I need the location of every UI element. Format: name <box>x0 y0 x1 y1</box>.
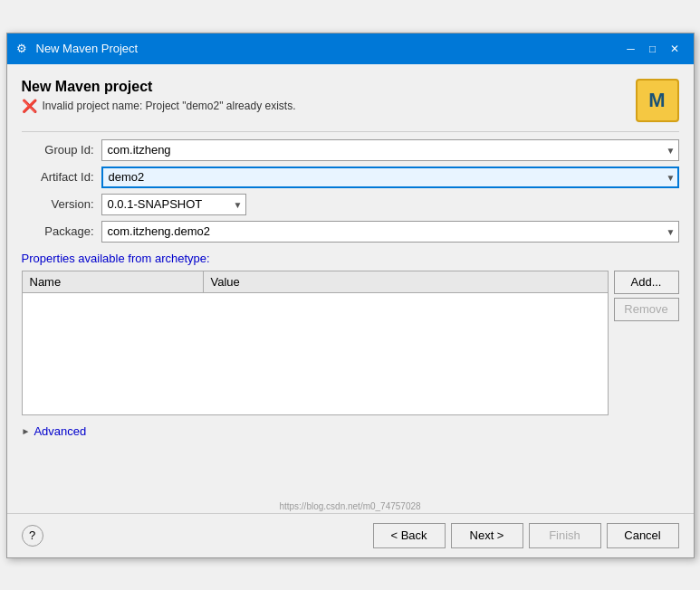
page-title: New Maven project <box>22 79 296 95</box>
error-icon: ❌ <box>22 99 37 113</box>
add-button[interactable]: Add... <box>614 271 679 294</box>
spacer <box>22 449 679 485</box>
minimize-button[interactable]: ─ <box>621 39 641 59</box>
table-col-value: Value <box>204 271 608 292</box>
artifact-id-label: Artifact Id: <box>22 170 94 184</box>
group-id-label: Group Id: <box>22 143 94 157</box>
table-header: Name Value <box>23 271 608 293</box>
error-message: ❌ Invalid project name: Project "demo2" … <box>22 99 296 113</box>
form-section: Group Id: ▼ Artifact Id: ▼ Version: <box>22 139 679 442</box>
watermark: https://blog.csdn.net/m0_74757028 <box>7 500 694 513</box>
advanced-section[interactable]: ► Advanced <box>22 421 679 442</box>
version-row: Version: 0.0.1-SNAPSHOT ▼ <box>22 194 679 215</box>
remove-button[interactable]: Remove <box>614 298 679 321</box>
title-bar-title: New Maven Project <box>36 42 139 55</box>
group-id-input[interactable] <box>101 139 679 161</box>
cancel-button[interactable]: Cancel <box>607 523 679 548</box>
version-label: Version: <box>22 197 94 211</box>
maven-logo: M <box>636 79 679 122</box>
close-button[interactable]: ✕ <box>665 39 685 59</box>
group-id-row: Group Id: ▼ <box>22 139 679 161</box>
footer-left: ? <box>22 525 43 547</box>
footer-buttons: < Back Next > Finish Cancel <box>373 523 679 548</box>
title-bar: ⚙ New Maven Project ─ □ ✕ <box>7 33 694 64</box>
properties-table-section: Name Value Add... Remove <box>22 271 679 415</box>
package-row: Package: ▼ <box>22 221 679 243</box>
content: New Maven project ❌ Invalid project name… <box>7 64 694 500</box>
title-bar-controls: ─ □ ✕ <box>621 39 685 59</box>
artifact-id-row: Artifact Id: ▼ <box>22 167 679 188</box>
advanced-label: Advanced <box>34 424 86 438</box>
header-left: New Maven project ❌ Invalid project name… <box>22 79 296 113</box>
properties-label: Properties available from archetype: <box>22 252 679 265</box>
table-body <box>23 293 608 413</box>
table-buttons: Add... Remove <box>614 271 679 321</box>
maximize-button[interactable]: □ <box>643 39 663 59</box>
title-bar-left: ⚙ New Maven Project <box>16 42 139 56</box>
version-select[interactable]: 0.0.1-SNAPSHOT <box>101 194 246 215</box>
error-text: Invalid project name: Project "demo2" al… <box>43 100 296 112</box>
footer: ? < Back Next > Finish Cancel <box>7 513 694 557</box>
artifact-id-input[interactable] <box>101 167 679 188</box>
group-id-select-wrapper: ▼ <box>101 139 679 161</box>
package-select-wrapper: ▼ <box>101 221 679 243</box>
package-label: Package: <box>22 224 94 238</box>
window-icon: ⚙ <box>16 42 31 56</box>
package-input[interactable] <box>101 221 679 243</box>
advanced-arrow-icon: ► <box>22 426 31 436</box>
artifact-id-select-wrapper: ▼ <box>101 167 679 188</box>
help-button[interactable]: ? <box>22 525 43 547</box>
header-section: New Maven project ❌ Invalid project name… <box>22 79 679 132</box>
version-select-wrapper: 0.0.1-SNAPSHOT ▼ <box>101 194 246 215</box>
window: ⚙ New Maven Project ─ □ ✕ New Maven proj… <box>6 33 695 558</box>
table-col-name: Name <box>23 271 204 292</box>
back-button[interactable]: < Back <box>373 523 446 548</box>
finish-button[interactable]: Finish <box>529 523 601 548</box>
maven-icon-text: M <box>648 89 665 112</box>
next-button[interactable]: Next > <box>451 523 523 548</box>
properties-table: Name Value <box>22 271 609 415</box>
